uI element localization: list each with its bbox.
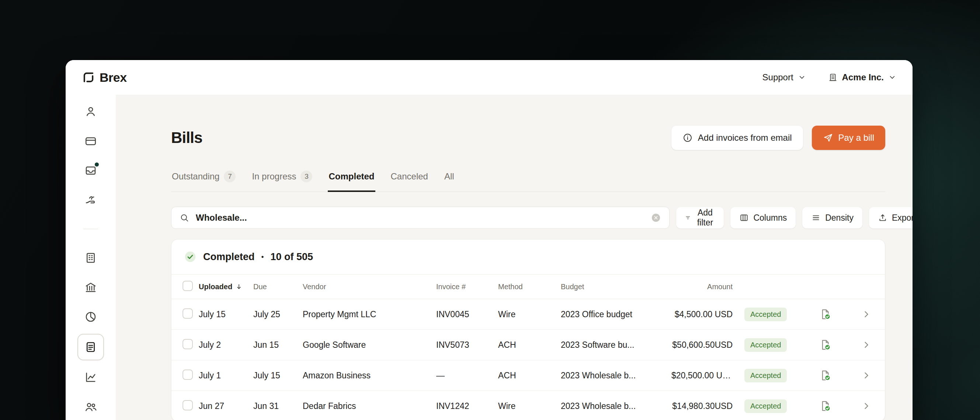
sidebar-item-inbox[interactable] bbox=[78, 158, 103, 183]
cell-amount: $4,500.00 USD bbox=[671, 309, 734, 319]
sidebar-item-banking[interactable] bbox=[78, 275, 103, 300]
column-header-due[interactable]: Due bbox=[253, 282, 303, 291]
tab-badge: 3 bbox=[301, 171, 312, 182]
summary-count: 10 of 505 bbox=[270, 251, 313, 263]
clear-search-button[interactable] bbox=[651, 212, 661, 223]
status-badge: Accepted bbox=[745, 399, 787, 413]
columns-icon bbox=[739, 213, 749, 222]
toolbar: Add filter Columns Density Export bbox=[171, 207, 885, 229]
cell-amount: $20,500.00 USD bbox=[671, 371, 734, 380]
columns-button[interactable]: Columns bbox=[730, 207, 795, 228]
search-input[interactable] bbox=[195, 212, 645, 223]
search-icon bbox=[180, 213, 189, 222]
density-button[interactable]: Density bbox=[802, 207, 862, 228]
tab-label: Outstanding bbox=[172, 171, 220, 182]
table-row[interactable]: July 2 Jun 15 Google Software INV5073 AC… bbox=[172, 330, 885, 360]
receipt-attached-icon[interactable] bbox=[819, 369, 831, 382]
status-badge: Accepted bbox=[745, 338, 787, 352]
tab-all[interactable]: All bbox=[444, 171, 455, 192]
cell-budget: 2023 Wholesale b... bbox=[561, 401, 671, 411]
table-row[interactable]: July 1 July 15 Amazon Business — ACH 202… bbox=[172, 360, 885, 391]
topbar: Brex Support Acme Inc. bbox=[66, 60, 913, 95]
search-input-wrapper[interactable] bbox=[171, 207, 670, 229]
sidebar-item-cards[interactable] bbox=[78, 128, 103, 154]
cell-uploaded: July 15 bbox=[199, 309, 253, 319]
page-header: Bills Add invoices from email bbox=[171, 126, 885, 150]
cell-method: ACH bbox=[498, 340, 561, 350]
sidebar-item-bills[interactable] bbox=[78, 334, 104, 360]
tab-canceled[interactable]: Canceled bbox=[390, 171, 429, 192]
sidebar-item-account[interactable] bbox=[78, 99, 103, 124]
row-checkbox[interactable] bbox=[183, 400, 193, 410]
sidebar bbox=[66, 95, 116, 420]
cell-budget: 2023 Software bu... bbox=[561, 340, 671, 350]
pay-bill-button[interactable]: Pay a bill bbox=[812, 126, 885, 150]
column-header-budget[interactable]: Budget bbox=[561, 282, 671, 291]
chevron-right-icon[interactable] bbox=[861, 401, 872, 411]
app-window: Brex Support Acme Inc. bbox=[66, 60, 913, 420]
cell-method: ACH bbox=[498, 371, 561, 380]
row-checkbox[interactable] bbox=[183, 308, 193, 319]
receipt-attached-icon[interactable] bbox=[819, 400, 831, 412]
receipt-attached-icon[interactable] bbox=[819, 308, 831, 320]
chevron-right-icon[interactable] bbox=[861, 370, 872, 380]
sidebar-item-team[interactable] bbox=[78, 394, 103, 419]
filter-icon bbox=[685, 213, 690, 222]
cell-amount: $14,980.30USD bbox=[671, 401, 734, 411]
table-row[interactable]: Jun 27 Jun 31 Dedar Fabrics INV1242 Wire… bbox=[172, 391, 885, 420]
cell-due: July 25 bbox=[253, 309, 303, 319]
cell-vendor: Google Software bbox=[303, 340, 436, 350]
brex-logo[interactable]: Brex bbox=[82, 70, 127, 85]
export-label: Export bbox=[892, 213, 913, 223]
sidebar-item-payments[interactable] bbox=[78, 187, 103, 212]
table-summary: Completed • 10 of 505 bbox=[172, 239, 885, 274]
receipt-attached-icon[interactable] bbox=[819, 339, 831, 351]
table-row[interactable]: July 15 July 25 Property Mgmt LLC INV004… bbox=[172, 299, 885, 330]
pay-bill-label: Pay a bill bbox=[838, 133, 874, 143]
summary-status: Completed bbox=[203, 251, 255, 263]
column-header-vendor[interactable]: Vendor bbox=[303, 282, 436, 291]
cell-invoice: INV1242 bbox=[436, 401, 498, 411]
chevron-right-icon[interactable] bbox=[861, 309, 872, 319]
bank-icon bbox=[84, 281, 97, 294]
cell-uploaded: July 1 bbox=[199, 371, 253, 380]
tab-in-progress[interactable]: In progress 3 bbox=[251, 171, 313, 192]
table-body: July 15 July 25 Property Mgmt LLC INV004… bbox=[172, 299, 885, 420]
tab-completed[interactable]: Completed bbox=[328, 171, 375, 192]
summary-separator: • bbox=[261, 253, 264, 261]
building-icon bbox=[828, 73, 838, 82]
chevron-down-icon bbox=[798, 73, 806, 81]
info-icon bbox=[682, 133, 693, 143]
column-header-method[interactable]: Method bbox=[498, 282, 561, 291]
cell-amount: $50,600.50USD bbox=[671, 340, 734, 350]
row-checkbox[interactable] bbox=[183, 369, 193, 380]
card-icon bbox=[84, 135, 97, 148]
cell-budget: 2023 Wholesale b... bbox=[561, 371, 671, 380]
export-button[interactable]: Export bbox=[869, 207, 913, 228]
column-header-invoice[interactable]: Invoice # bbox=[436, 282, 498, 291]
account-menu[interactable]: Acme Inc. bbox=[828, 72, 896, 82]
support-menu[interactable]: Support bbox=[762, 72, 806, 82]
cell-due: Jun 31 bbox=[253, 401, 303, 411]
payments-icon bbox=[84, 193, 97, 207]
window-body: Bills Add invoices from email bbox=[66, 95, 913, 420]
sidebar-item-company[interactable] bbox=[78, 246, 103, 270]
line-chart-icon bbox=[84, 371, 97, 384]
add-invoices-button[interactable]: Add invoices from email bbox=[671, 126, 803, 150]
bills-document-icon bbox=[84, 341, 97, 354]
column-header-uploaded[interactable]: Uploaded bbox=[199, 282, 253, 291]
tab-outstanding[interactable]: Outstanding 7 bbox=[171, 171, 236, 192]
main-content: Bills Add invoices from email bbox=[116, 95, 913, 420]
brand-name: Brex bbox=[100, 70, 127, 85]
sidebar-item-reports[interactable] bbox=[78, 365, 103, 390]
office-building-icon bbox=[84, 251, 97, 265]
sidebar-item-insights[interactable] bbox=[78, 304, 103, 330]
row-checkbox[interactable] bbox=[183, 339, 193, 349]
column-header-amount[interactable]: Amount bbox=[671, 282, 734, 291]
topbar-right: Support Acme Inc. bbox=[762, 72, 896, 82]
add-filter-button[interactable]: Add filter bbox=[676, 207, 724, 228]
add-invoices-label: Add invoices from email bbox=[698, 133, 792, 143]
select-all-checkbox[interactable] bbox=[183, 281, 193, 291]
chevron-right-icon[interactable] bbox=[861, 340, 872, 350]
cell-budget: 2023 Office budget bbox=[561, 309, 671, 319]
